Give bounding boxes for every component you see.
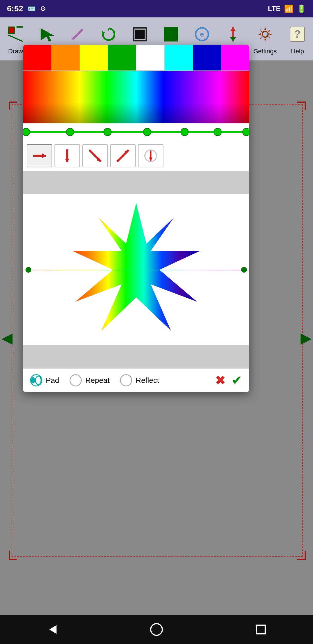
handle-bottom-right <box>297 551 306 560</box>
svg-rect-33 <box>256 625 265 634</box>
status-bar: 6:52 🪪 ⊙ LTE 📶 🔋 <box>0 0 313 17</box>
svg-point-16 <box>262 31 268 37</box>
stop-5[interactable] <box>214 128 222 136</box>
svg-rect-0 <box>8 27 15 33</box>
svg-marker-15 <box>230 37 236 41</box>
svg-line-3 <box>8 35 23 41</box>
sim-icon: 🪪 <box>28 5 36 12</box>
radio-reflect-circle <box>120 374 132 386</box>
bottom-controls: Pad Repeat Reflect ✖ ✔ <box>23 368 249 392</box>
dir-btn-radial[interactable] <box>138 144 163 167</box>
handle-top-right <box>297 102 306 110</box>
handle-arrow-right: ▶ <box>301 331 312 345</box>
action-buttons: ✖ ✔ <box>215 374 242 387</box>
svg-marker-29 <box>149 158 152 161</box>
stroke-icon <box>130 23 150 46</box>
toolbar-help[interactable]: ? Help <box>283 20 311 57</box>
signal-icon: 📶 <box>284 4 293 13</box>
gradient-line <box>26 131 246 133</box>
svg-rect-10 <box>164 27 178 41</box>
dir-btn-right[interactable] <box>27 144 52 167</box>
preview-area <box>23 171 249 368</box>
svg-text:e: e <box>200 30 204 38</box>
status-left: 6:52 🪪 ⊙ <box>7 4 46 13</box>
radio-pad[interactable]: Pad <box>30 374 59 386</box>
gradient-dot-left[interactable] <box>26 267 31 273</box>
preview-white-box <box>23 194 249 345</box>
handle-top-left <box>9 102 17 110</box>
time-display: 6:52 <box>7 4 23 13</box>
cancel-button[interactable]: ✖ <box>215 374 226 387</box>
radio-repeat[interactable]: Repeat <box>70 374 110 386</box>
svg-text:?: ? <box>294 28 301 40</box>
radio-pad-label: Pad <box>46 376 59 385</box>
svg-marker-31 <box>49 625 57 634</box>
swatch-yellow[interactable] <box>80 45 108 70</box>
dir-btn-down[interactable] <box>54 144 80 167</box>
radio-pad-circle <box>30 374 42 386</box>
stop-6[interactable] <box>242 128 249 136</box>
nav-home-button[interactable] <box>145 618 168 641</box>
help-label: Help <box>291 48 304 55</box>
select-icon <box>36 23 57 46</box>
svg-marker-30 <box>72 203 200 331</box>
radio-reflect[interactable]: Reflect <box>120 374 159 386</box>
status-right: LTE 📶 🔋 <box>268 4 306 13</box>
nav-back-button[interactable] <box>41 618 64 641</box>
edit-icon <box>67 23 88 46</box>
swatch-magenta[interactable] <box>221 45 249 70</box>
radio-repeat-label: Repeat <box>85 376 110 385</box>
lte-icon: LTE <box>268 5 281 13</box>
gradient-dot-right[interactable] <box>241 267 247 273</box>
gradient-spectrum[interactable] <box>23 71 249 123</box>
stop-1[interactable] <box>66 128 74 136</box>
radio-reflect-label: Reflect <box>136 376 159 385</box>
swatch-cyan[interactable] <box>165 45 193 70</box>
svg-rect-9 <box>135 30 145 39</box>
swatch-white[interactable] <box>136 45 165 70</box>
draw-label: Draw <box>8 48 23 55</box>
spread-radio-group: Pad Repeat Reflect <box>30 374 206 386</box>
svg-marker-20 <box>42 153 46 158</box>
help-icon: ? <box>287 23 308 46</box>
svg-marker-22 <box>65 159 70 162</box>
settings-label: Settings <box>254 48 277 55</box>
radio-repeat-circle <box>70 374 82 386</box>
swatch-blue[interactable] <box>193 45 221 70</box>
stop-0[interactable] <box>23 128 30 136</box>
fill-icon <box>161 23 181 46</box>
swatch-orange[interactable] <box>51 45 79 70</box>
direction-buttons <box>23 141 249 171</box>
nav-recents-button[interactable] <box>249 618 272 641</box>
handle-bottom-left <box>9 551 17 560</box>
history-icon <box>98 23 119 46</box>
confirm-button[interactable]: ✔ <box>232 374 242 387</box>
stop-3[interactable] <box>143 128 151 136</box>
effect-icon: e <box>192 23 212 46</box>
dir-btn-diagonal-up[interactable] <box>110 144 136 167</box>
settings-icon <box>255 23 276 46</box>
color-swatches-row <box>23 45 249 71</box>
svg-point-32 <box>151 624 162 635</box>
handle-arrow-left: ◀ <box>1 331 12 345</box>
swatch-red[interactable] <box>23 45 51 70</box>
svg-marker-6 <box>102 31 105 35</box>
recording-icon: ⊙ <box>40 5 46 12</box>
draw-icon <box>5 23 26 46</box>
inout-icon <box>223 23 243 46</box>
radio-pad-inner <box>31 377 35 383</box>
swatch-green[interactable] <box>108 45 136 70</box>
gradient-stops-bar <box>23 123 249 141</box>
gradient-preview-line <box>23 270 249 270</box>
stop-4[interactable] <box>181 128 189 136</box>
nav-bar <box>0 615 313 644</box>
svg-marker-7 <box>108 28 109 31</box>
stop-2[interactable] <box>103 128 112 136</box>
toolbar-settings[interactable]: Settings <box>250 20 281 57</box>
spectrum-inner <box>23 71 249 123</box>
gradient-modal: Pad Repeat Reflect ✖ ✔ <box>23 45 249 392</box>
dir-btn-diagonal-down[interactable] <box>82 144 108 167</box>
battery-icon: 🔋 <box>297 4 306 13</box>
svg-line-4 <box>73 30 82 39</box>
